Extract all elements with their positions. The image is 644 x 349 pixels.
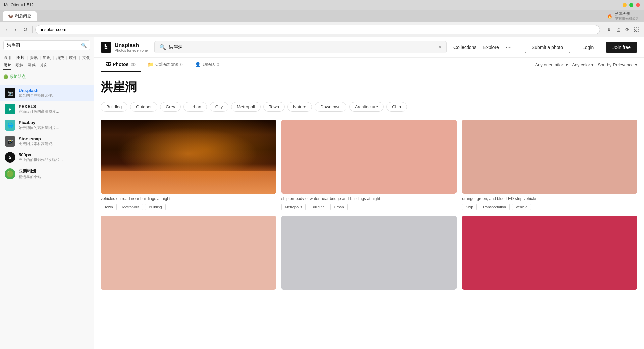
- refresh-button[interactable]: ↻: [21, 25, 30, 34]
- address-bar[interactable]: [35, 25, 600, 34]
- forward-button[interactable]: ›: [12, 25, 18, 34]
- sidebar-search-input[interactable]: [7, 43, 79, 48]
- keyword-pill-downtown[interactable]: Downtown: [315, 102, 346, 112]
- image-icon[interactable]: 🖼: [633, 26, 640, 34]
- keyword-pill-chin[interactable]: Chin: [386, 102, 407, 112]
- back-button[interactable]: ‹: [4, 25, 10, 34]
- submit-photo-button[interactable]: Submit a photo: [525, 42, 570, 53]
- keyword-pill-metropoli[interactable]: Metropoli: [231, 102, 260, 112]
- download-icon[interactable]: ⬇: [606, 26, 612, 34]
- list-item[interactable]: 📸 Stocksnap 免费图片素材高清资…: [0, 133, 94, 149]
- browser-window: Mr. Otter V1.512 🦦 稍后阅览 🔥 效率火箭苹核射光和蛋盘 ‹ …: [0, 0, 644, 349]
- photo-image[interactable]: [462, 216, 637, 290]
- keyword-pill-nature[interactable]: Nature: [287, 102, 312, 112]
- photo-tag[interactable]: Vehicle: [512, 204, 531, 210]
- join-free-button[interactable]: Join free: [606, 42, 637, 53]
- add-label: 添加站点: [10, 74, 26, 80]
- site-info: 500px 专业的的摄影作品发现和…: [19, 152, 89, 162]
- sidebar-cat-culture[interactable]: 文化: [82, 55, 90, 61]
- photo-caption: ship on body of water near bridge and bu…: [281, 196, 457, 201]
- photo-tag[interactable]: Building: [308, 204, 328, 210]
- site-name: Unsplash: [19, 88, 89, 93]
- keyword-pill-city[interactable]: City: [210, 102, 228, 112]
- photo-tag[interactable]: Metropolis: [281, 204, 306, 210]
- unsplash-header: Unsplash Photos for everyone 🔍 × Collect…: [94, 37, 644, 58]
- browser-tab[interactable]: 🦦 稍后阅览: [3, 11, 37, 21]
- site-icon-unsplash: 📷: [5, 88, 15, 98]
- window-controls[interactable]: [623, 3, 640, 7]
- site-info: Unsplash 知名的全球摄影师作…: [19, 88, 89, 98]
- sidebar-subcat-photos[interactable]: 照片: [3, 63, 11, 70]
- photo-image[interactable]: [101, 120, 276, 194]
- photo-tags: Metropolis Building Urban: [281, 204, 457, 210]
- list-item[interactable]: P PEXELS 充满设计感的高清照片…: [0, 101, 94, 117]
- sidebar-search-button[interactable]: 🔍: [81, 43, 87, 48]
- site-info: PEXELS 充满设计感的高清照片…: [19, 104, 89, 114]
- add-site-button[interactable]: 🟢 添加站点: [3, 74, 26, 80]
- photo-grid: vehicles on road near buildings at night…: [101, 120, 637, 295]
- photo-caption: vehicles on road near buildings at night: [101, 196, 276, 201]
- sidebar-subcat-other[interactable]: 其它: [40, 63, 48, 70]
- keyword-pill-building[interactable]: Building: [101, 102, 127, 112]
- sidebar-subcat-icons[interactable]: 图标: [15, 63, 23, 70]
- print-icon[interactable]: 🖨: [614, 26, 622, 34]
- sort-filter[interactable]: Sort by Relevance ▾: [598, 62, 637, 67]
- sidebar-cat-software[interactable]: 软件: [69, 55, 77, 61]
- keyword-pill-outdoor[interactable]: Outdoor: [130, 102, 157, 112]
- minimize-button[interactable]: [623, 3, 627, 7]
- login-button[interactable]: Login: [577, 42, 599, 53]
- list-item[interactable]: 🌐 Pixabay 始于德国的高质量图片…: [0, 117, 94, 133]
- keyword-pills: Building Outdoor Grey Urban City Metropo…: [101, 102, 637, 112]
- sidebar-cat-images[interactable]: 图片: [16, 55, 24, 61]
- photo-image[interactable]: [281, 216, 457, 290]
- photo-tag[interactable]: Transportation: [479, 204, 510, 210]
- sidebar-cat-general[interactable]: 通用: [3, 55, 11, 61]
- photo-image[interactable]: [281, 120, 457, 194]
- site-name: Pixabay: [19, 120, 89, 125]
- tab-bar: 🦦 稍后阅览 🔥 效率火箭苹核射光和蛋盘: [0, 10, 644, 22]
- photo-image[interactable]: [101, 216, 276, 290]
- sidebar-cat-news[interactable]: 资讯: [30, 55, 38, 61]
- photo-tag[interactable]: Urban: [330, 204, 348, 210]
- keyword-pill-architecture[interactable]: Architecture: [349, 102, 384, 112]
- explore-nav-link[interactable]: Explore: [483, 45, 499, 50]
- list-item[interactable]: 🟢 豆瓣相册 精选集的小站: [0, 165, 94, 182]
- search-clear-button[interactable]: ×: [439, 44, 442, 50]
- list-item[interactable]: 5 500px 专业的的摄影作品发现和…: [0, 149, 94, 165]
- site-info: Pixabay 始于德国的高质量图片…: [19, 120, 89, 130]
- sidebar-cat-consume[interactable]: 消费: [56, 55, 64, 61]
- photo-tag[interactable]: Building: [145, 204, 165, 210]
- translate-icon[interactable]: ⟳: [624, 26, 631, 34]
- keyword-pill-urban[interactable]: Urban: [183, 102, 207, 112]
- photo-image[interactable]: [462, 120, 637, 194]
- sidebar-subcat-inspiration[interactable]: 灵感: [28, 63, 36, 70]
- logo-tagline: Photos for everyone: [115, 48, 148, 52]
- unsplash-search-input[interactable]: [169, 45, 436, 50]
- photo-tag[interactable]: Metropolis: [119, 204, 143, 210]
- site-list: 📷 Unsplash 知名的全球摄影师作… P PEXELS 充满设计感的高清照…: [0, 82, 94, 349]
- site-icon-pixabay: 🌐: [5, 120, 15, 131]
- keyword-pill-town[interactable]: Town: [263, 102, 285, 112]
- keyword-pill-grey[interactable]: Grey: [160, 102, 181, 112]
- photo-tag[interactable]: Town: [101, 204, 117, 210]
- color-filter[interactable]: Any color ▾: [572, 62, 594, 67]
- tab-photos[interactable]: 🖼 Photos 20: [101, 58, 141, 72]
- list-item[interactable]: 📷 Unsplash 知名的全球摄影师作…: [0, 85, 94, 101]
- collections-tab-icon: 📁: [148, 62, 153, 67]
- maximize-button[interactable]: [629, 3, 633, 7]
- users-tab-label: Users: [203, 62, 215, 67]
- photo-tag[interactable]: Ship: [462, 204, 477, 210]
- orientation-filter[interactable]: Any orientation ▾: [535, 62, 568, 67]
- photo-card: [281, 216, 457, 295]
- tab-collections[interactable]: 📁 Collections 0: [142, 58, 188, 72]
- sidebar-search-area: 🔍: [0, 37, 94, 54]
- more-nav-button[interactable]: ···: [506, 44, 511, 51]
- collections-nav-link[interactable]: Collections: [453, 45, 476, 50]
- search-icon: 🔍: [159, 44, 166, 50]
- close-button[interactable]: [636, 3, 640, 7]
- sidebar-cat-knowledge[interactable]: 知识: [43, 55, 51, 61]
- tab-users[interactable]: 👤 Users 0: [190, 58, 225, 72]
- site-desc: 免费图片素材高清资…: [19, 141, 89, 146]
- logo-icon: [101, 42, 111, 53]
- site-desc: 精选集的小站: [19, 174, 89, 179]
